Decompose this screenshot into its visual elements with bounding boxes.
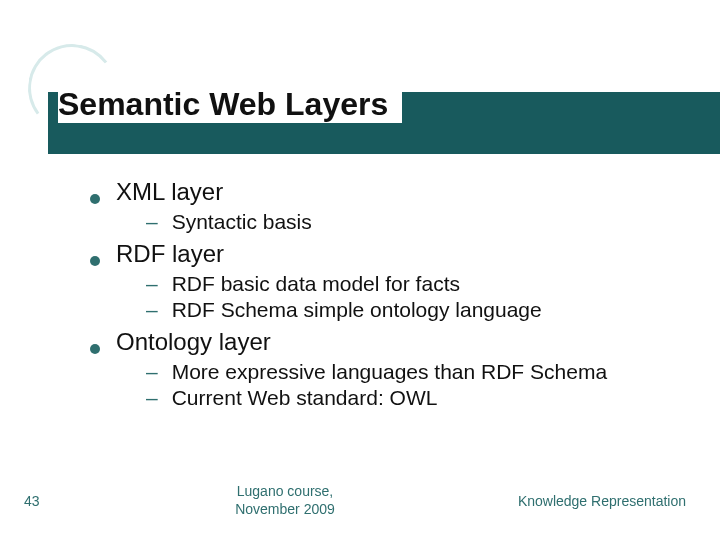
sub-bullet-label: Syntactic basis <box>172 210 312 234</box>
disc-icon <box>90 194 100 204</box>
sub-bullet-label: Current Web standard: OWL <box>172 386 438 410</box>
disc-icon <box>90 256 100 266</box>
bullet-label: RDF layer <box>116 240 224 268</box>
dash-icon: – <box>146 386 158 410</box>
sub-bullet: – RDF basic data model for facts <box>146 272 680 296</box>
footer-center: Lugano course, November 2009 <box>60 483 510 518</box>
sub-bullet: – More expressive languages than RDF Sch… <box>146 360 680 384</box>
footer-center-line2: November 2009 <box>235 501 335 517</box>
page-number: 43 <box>0 493 60 509</box>
bullet-xml: XML layer <box>90 178 680 206</box>
sub-bullet: – RDF Schema simple ontology language <box>146 298 680 322</box>
sub-bullet-label: RDF basic data model for facts <box>172 272 460 296</box>
sub-bullet: – Current Web standard: OWL <box>146 386 680 410</box>
bullet-label: XML layer <box>116 178 223 206</box>
footer-center-line1: Lugano course, <box>237 483 334 499</box>
sub-bullet: – Syntactic basis <box>146 210 680 234</box>
dash-icon: – <box>146 360 158 384</box>
dash-icon: – <box>146 298 158 322</box>
disc-icon <box>90 344 100 354</box>
slide-content: XML layer – Syntactic basis RDF layer – … <box>90 178 680 416</box>
sub-bullet-label: More expressive languages than RDF Schem… <box>172 360 607 384</box>
sub-bullet-label: RDF Schema simple ontology language <box>172 298 542 322</box>
dash-icon: – <box>146 272 158 296</box>
bullet-ontology: Ontology layer <box>90 328 680 356</box>
bullet-rdf: RDF layer <box>90 240 680 268</box>
dash-icon: – <box>146 210 158 234</box>
slide-footer: 43 Lugano course, November 2009 Knowledg… <box>0 483 720 518</box>
bullet-label: Ontology layer <box>116 328 271 356</box>
slide-title: Semantic Web Layers <box>58 86 402 123</box>
footer-right: Knowledge Representation <box>510 493 720 509</box>
